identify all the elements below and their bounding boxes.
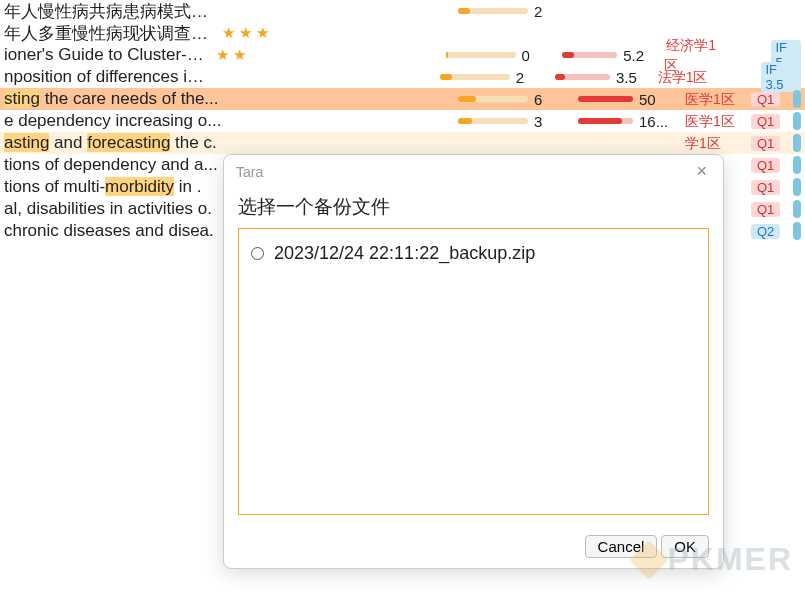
metric-bar-2: 3.5 (555, 69, 656, 86)
metric-bar-1: 2 (458, 3, 578, 20)
row-title: tions of multi-morbidity in . (4, 177, 222, 197)
metric-bar-1: 6 (458, 91, 578, 108)
dialog-title: Tara (236, 164, 263, 180)
quartile-badge: Q1 (751, 202, 780, 217)
row-title: ioner's Guide to Cluster-Ro... (4, 45, 216, 65)
row-title: tions of dependency and a... (4, 155, 222, 175)
metric-bar-1: 0 (446, 47, 563, 64)
category-tag: 医学1区 (683, 91, 737, 107)
dialog-heading: 选择一个备份文件 (238, 194, 709, 220)
dialog-body: 选择一个备份文件 2023/12/24 22:11:22_backup.zip (224, 188, 723, 525)
row-title: sting the care needs of the... (4, 89, 222, 109)
table-row[interactable]: ioner's Guide to Cluster-Ro...★ ★05.2经济学… (0, 44, 805, 66)
row-title: 年人慢性病共病患病模式及疾... (4, 0, 222, 23)
row-title: al, disabilities in activities o. (4, 199, 222, 219)
quartile-badge: Q1 (751, 136, 780, 151)
metric-bar-2: 5.2 (562, 47, 664, 64)
ok-button[interactable]: OK (661, 535, 709, 558)
side-stripe-icon (793, 222, 801, 240)
table-row[interactable]: sting the care needs of the...650医学1区Q1 (0, 88, 805, 110)
backup-file-item[interactable]: 2023/12/24 22:11:22_backup.zip (249, 239, 698, 268)
star-rating: ★ ★ ★ (222, 24, 302, 42)
cancel-button[interactable]: Cancel (585, 535, 658, 558)
category-tag: 医学1区 (683, 113, 737, 129)
side-stripe-icon (793, 134, 801, 152)
table-row[interactable]: nposition of differences in ...23.5法学1区I… (0, 66, 805, 88)
metric-value-1: 6 (534, 91, 552, 108)
metric-value-2: 5.2 (623, 47, 644, 64)
category-tag: 法学1区 (656, 69, 710, 85)
radio-icon[interactable] (251, 247, 264, 260)
quartile-badge: Q2 (751, 224, 780, 239)
metric-value-1: 2 (516, 69, 534, 86)
row-title: chronic diseases and disea. (4, 221, 222, 241)
star-rating: ★ ★ (216, 46, 294, 64)
row-title: e dependency increasing o... (4, 111, 222, 131)
metric-bar-2: 50 (578, 91, 683, 108)
metric-value-1: 3 (534, 113, 552, 130)
row-title: asting and forecasting the c. (4, 133, 222, 153)
quartile-badge: Q1 (751, 158, 780, 173)
quartile-badge: Q1 (751, 92, 780, 107)
metric-bar-2: 16... (578, 113, 683, 130)
dialog-footer: Cancel OK (224, 525, 723, 568)
metric-value-2: 16... (639, 113, 668, 130)
side-stripe-icon (793, 90, 801, 108)
row-title: 年人多重慢性病现状调查与健... (4, 22, 222, 45)
backup-dialog: Tara × 选择一个备份文件 2023/12/24 22:11:22_back… (223, 154, 724, 569)
table-row[interactable]: 年人慢性病共病患病模式及疾...2 (0, 0, 805, 22)
table-row[interactable]: e dependency increasing o...316...医学1区Q1 (0, 110, 805, 132)
row-title: nposition of differences in ... (4, 67, 213, 87)
metric-bar-1: 3 (458, 113, 578, 130)
side-stripe-icon (793, 156, 801, 174)
side-stripe-icon (793, 112, 801, 130)
metric-bar-1: 2 (440, 69, 555, 86)
metric-value-2: 3.5 (616, 69, 637, 86)
metric-value-2: 50 (639, 91, 657, 108)
dialog-titlebar: Tara × (224, 155, 723, 188)
close-icon[interactable]: × (692, 161, 711, 182)
table-row[interactable]: asting and forecasting the c.学1区Q1 (0, 132, 805, 154)
metric-value-1: 0 (522, 47, 540, 64)
side-stripe-icon (793, 200, 801, 218)
category-tag: 学1区 (683, 135, 723, 151)
metric-value-1: 2 (534, 3, 552, 20)
impact-factor-badge: IF 3.5 (761, 62, 801, 92)
file-list: 2023/12/24 22:11:22_backup.zip (238, 228, 709, 515)
side-stripe-icon (793, 178, 801, 196)
backup-file-name: 2023/12/24 22:11:22_backup.zip (274, 243, 535, 264)
quartile-badge: Q1 (751, 180, 780, 195)
quartile-badge: Q1 (751, 114, 780, 129)
